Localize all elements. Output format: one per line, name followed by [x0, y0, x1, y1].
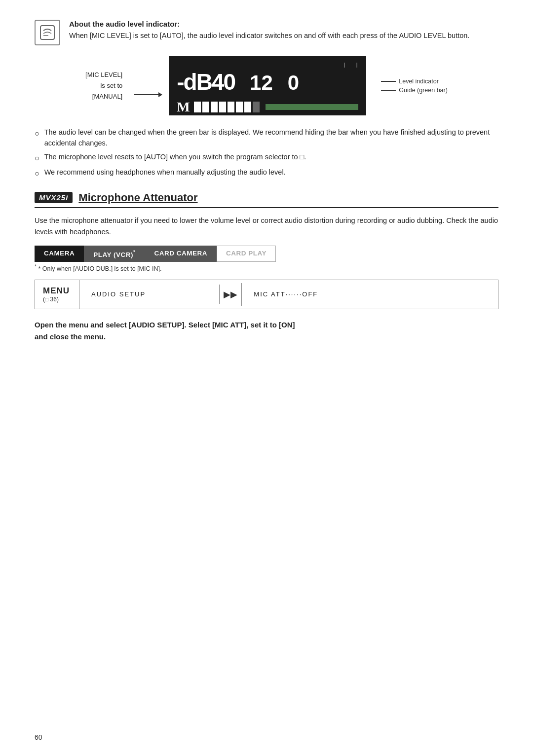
bullet-circle-2: ○ — [35, 152, 39, 164]
mic-level-arrow — [134, 94, 159, 95]
tab-camera[interactable]: CAMERA — [35, 246, 84, 262]
tab-card-camera[interactable]: CARD CAMERA — [145, 246, 217, 262]
meter-bar-6 — [236, 102, 243, 112]
note-text: When [MIC LEVEL] is set to [AUTO], the a… — [69, 31, 498, 41]
menu-value-text: MIC ATT······OFF — [254, 290, 318, 298]
guide-green-line: Guide (green bar) — [381, 87, 448, 94]
mode-tabs: CAMERA PLAY (VCR)* CARD CAMERA CARD PLAY — [35, 246, 498, 262]
tab-play-vcr[interactable]: PLAY (VCR)* — [84, 246, 145, 262]
closing-bold: Open the menu and select [AUDIO SETUP]. … — [35, 319, 498, 343]
tab-card-play[interactable]: CARD PLAY — [217, 246, 276, 262]
guide-bar — [266, 104, 359, 110]
audio-display-container: [MIC LEVEL] is set to [MANUAL] | | -dB40… — [35, 56, 498, 115]
guide-label: Guide (green bar) — [399, 87, 448, 94]
tab-camera-label: CAMERA — [44, 250, 75, 257]
m-icon: M — [177, 99, 190, 115]
tab-asterisk: * — [133, 250, 135, 255]
level-indicator-line: Level indicator — [381, 78, 448, 85]
tab-card-camera-label: CARD CAMERA — [154, 250, 207, 257]
footnote-text: * Only when [AUDIO DUB.] is set to [MIC … — [38, 266, 161, 273]
note-title: About the audio level indicator: — [69, 20, 498, 28]
menu-value-cell: MIC ATT······OFF — [242, 285, 498, 304]
note-box: About the audio level indicator: When [M… — [35, 20, 498, 45]
note-content: About the audio level indicator: When [M… — [69, 20, 498, 41]
bullet-item-1: ○ The audio level can be changed when th… — [35, 127, 498, 149]
meter-bar-5 — [228, 102, 234, 112]
menu-setup-cell: AUDIO SETUP — [79, 285, 220, 304]
note-icon — [35, 20, 60, 45]
db-num2: 0 — [288, 71, 299, 95]
audio-screen: | | -dB40 12 0 M — [169, 56, 366, 115]
menu-page-ref: (□ 36) — [43, 296, 71, 303]
meter-bar-8 — [253, 102, 260, 112]
meter-bar-7 — [244, 102, 251, 112]
level-line — [381, 81, 396, 82]
section-title: Microphone Attenuator — [78, 191, 197, 204]
bullet-list: ○ The audio level can be changed when th… — [35, 127, 498, 180]
meter-row: M — [177, 99, 358, 115]
menu-label-cell: MENU (□ 36) — [35, 280, 79, 309]
meter-bar-1 — [194, 102, 201, 112]
meter-bars — [194, 102, 260, 112]
bullet-item-2: ○ The microphone level resets to [AUTO] … — [35, 152, 498, 164]
level-indicator-label: Level indicator — [399, 78, 439, 85]
bullet-text-3: We recommend using headphones when manua… — [44, 167, 286, 178]
mic-level-label: [MIC LEVEL] is set to [MANUAL] — [85, 70, 122, 102]
footnote: * * Only when [AUDIO DUB.] is set to [MI… — [35, 264, 498, 272]
menu-arrow-icon: ▶▶ — [224, 289, 237, 299]
bullet-text-2: The microphone level resets to [AUTO] wh… — [44, 152, 306, 163]
db-value: -dB40 — [177, 69, 235, 95]
db-num1: 12 — [250, 71, 273, 95]
menu-setup-text: AUDIO SETUP — [91, 290, 146, 298]
audio-display-wrapper: [MIC LEVEL] is set to [MANUAL] | | -dB40… — [85, 56, 448, 115]
asterisk-fn: * — [35, 264, 37, 269]
closing-line2: and close the menu. — [35, 332, 106, 341]
svg-rect-0 — [40, 26, 54, 39]
bullet-circle-3: ○ — [35, 168, 39, 180]
db-row: -dB40 12 0 — [177, 69, 358, 95]
tick-mark-0: | — [356, 62, 358, 68]
guide-bar-area — [266, 102, 359, 112]
tick-mark-12: | — [344, 62, 345, 68]
guide-line — [381, 90, 396, 91]
bullet-text-1: The audio level can be changed when the … — [44, 127, 498, 149]
section-body: Use the microphone attenuator if you nee… — [35, 215, 498, 238]
bullet-circle-1: ○ — [35, 128, 39, 140]
bullet-item-3: ○ We recommend using headphones when man… — [35, 167, 498, 180]
tab-play-vcr-label: PLAY (VCR) — [93, 251, 133, 258]
mvx-badge: MVX25i — [35, 192, 73, 203]
tab-card-play-label: CARD PLAY — [226, 250, 266, 257]
meter-bar-3 — [211, 102, 218, 112]
menu-arrow-cell: ▶▶ — [220, 283, 242, 306]
meter-bar-4 — [219, 102, 226, 112]
meter-bar-2 — [202, 102, 209, 112]
right-labels: Level indicator Guide (green bar) — [381, 78, 448, 94]
closing-line1: Open the menu and select [AUDIO SETUP]. … — [35, 321, 295, 329]
page-number: 60 — [35, 733, 42, 741]
section-header: MVX25i Microphone Attenuator — [35, 191, 498, 208]
menu-box: MENU (□ 36) AUDIO SETUP ▶▶ MIC ATT······… — [35, 280, 498, 309]
menu-label: MENU — [43, 286, 71, 296]
